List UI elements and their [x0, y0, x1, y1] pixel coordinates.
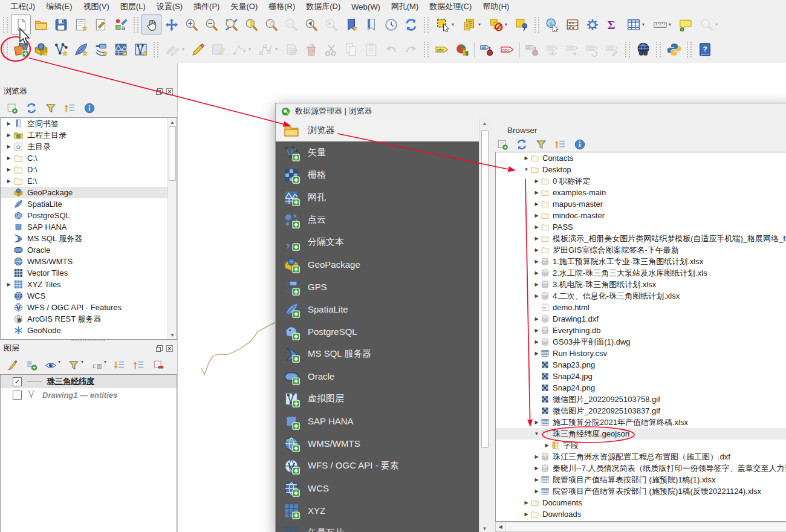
dialog-tab--[interactable]: 浏览器 [276, 119, 479, 141]
menu-item[interactable]: 插件(P) [188, 0, 225, 13]
expand-arrow-icon[interactable]: ▶ [533, 224, 541, 230]
toolbar-grip[interactable] [3, 42, 8, 57]
menu-item[interactable]: 矢量(O) [225, 0, 263, 13]
paste-features-button[interactable] [361, 39, 381, 59]
tree-item-30[interactable]: ▶院管项目产值结算表按部门 (施预院)1稿(反馈20221124).xlsx [496, 485, 786, 497]
add-feature-button[interactable]: ▾ [228, 39, 255, 59]
expand-arrow-icon[interactable]: ▶ [4, 178, 13, 184]
expand-arrow-icon[interactable]: ▶ [533, 270, 541, 276]
copy-features-button[interactable] [341, 39, 361, 59]
toolbar-grip[interactable] [656, 42, 661, 57]
tree-item-27[interactable]: ▶珠江三角洲水资源配置工程总布置图（施工图）.dxf [496, 451, 786, 462]
zoom-native-button[interactable]: 1:1 [281, 15, 301, 34]
filter-browser-button[interactable] [45, 102, 57, 114]
tree-item-8[interactable]: ▶模板演示_相册美女图片类网站织梦模板(自适应手机端)_格展网络_files [496, 233, 786, 244]
browser-item-d-[interactable]: ▶D:\ [1, 164, 177, 175]
deselect-features-button[interactable]: ▾ [485, 15, 512, 34]
modify-attributes-button[interactable] [281, 39, 301, 59]
dropdown-arrow-icon[interactable]: ▾ [478, 22, 481, 27]
menu-item[interactable]: 数据库(D) [300, 0, 346, 13]
refresh-browser-button[interactable] [516, 138, 528, 151]
expand-arrow-icon[interactable]: ▶ [533, 454, 541, 459]
dialog-tab-oracle[interactable]: Oracle [276, 365, 479, 388]
show-layout-manager-button[interactable] [91, 15, 111, 34]
tree-item-18[interactable]: ▶Run History.csv [496, 348, 786, 359]
dropdown-arrow-icon[interactable]: ▾ [275, 47, 278, 52]
undock-panel-button[interactable] [155, 345, 163, 352]
toggle-editing-button[interactable] [188, 39, 208, 59]
dropdown-arrow-icon[interactable]: ▾ [248, 47, 251, 52]
dropdown-arrow-icon[interactable]: ▾ [452, 22, 454, 27]
browser-item-postgresql[interactable]: PostgreSQL [1, 210, 177, 221]
new-geopackage-layer-button[interactable] [31, 39, 51, 59]
dialog-tab--[interactable]: 虚拟图层 [276, 388, 479, 410]
scroll-up-icon[interactable]: ▲ [168, 118, 177, 126]
dialog-tab--[interactable]: 矢量 [276, 141, 479, 164]
dialog-tab--[interactable]: 矢量瓦片 [276, 522, 479, 532]
filter-legend-button[interactable]: ▾ [68, 359, 83, 371]
expand-arrow-icon[interactable]: ▶ [533, 213, 541, 218]
browser-item-arcgis-rest-[interactable]: ArcGIS REST 服务器 [1, 313, 177, 325]
locator-search-button[interactable]: ▾ [695, 15, 722, 34]
tree-item-14[interactable]: </>demo.html [496, 302, 786, 313]
collapse-all-button[interactable] [554, 138, 567, 151]
select-features-by-value-button[interactable]: ▾ [458, 15, 485, 34]
dialog-title-bar[interactable]: 数据源管理器 | 浏览器 [276, 103, 786, 120]
expand-arrow-icon[interactable]: ▶ [533, 465, 541, 471]
expand-arrow-icon[interactable]: ▶ [533, 178, 541, 184]
menu-item[interactable]: 数据处理(C) [424, 0, 477, 13]
expand-arrow-icon[interactable]: ▶ [533, 420, 541, 425]
browser-item-c-[interactable]: ▶C:\ [1, 152, 177, 164]
expand-arrow-icon[interactable]: ▶ [533, 201, 541, 207]
add-selected-layers-button[interactable] [496, 138, 508, 151]
expand-arrow-icon[interactable]: ▶ [533, 351, 541, 356]
expand-arrow-icon[interactable]: ▼ [522, 167, 530, 172]
dropdown-arrow-icon[interactable]: ▾ [81, 359, 83, 371]
browser-item--[interactable]: ▶工程主目录 [1, 129, 177, 141]
dialog-tab--[interactable]: 网孔 [276, 186, 479, 209]
zoom-next-button[interactable] [321, 15, 341, 34]
map-tips-button[interactable] [675, 15, 695, 34]
expand-arrow-icon[interactable]: ▶ [533, 247, 541, 253]
processing-toolbox-button[interactable] [582, 15, 602, 34]
layer-item-2[interactable]: Drawing1 — entities [1, 388, 177, 401]
save-layer-edits-button[interactable] [208, 39, 228, 59]
tree-item-9[interactable]: ▶罗田GIS室综合图案院签名-下午最新 [496, 244, 786, 256]
tree-item-22[interactable]: 微信图片_20220925103758.gif [496, 394, 786, 405]
menu-item[interactable]: 栅格(R) [263, 0, 300, 13]
dialog-tab-geopackage[interactable]: GeoPackage [276, 253, 479, 276]
tree-item-31[interactable]: ▶Documents [496, 497, 786, 508]
temporal-controller-button[interactable] [381, 15, 401, 34]
expand-arrow-icon[interactable]: ▶ [533, 236, 541, 241]
expand-all-button[interactable] [114, 359, 126, 371]
enable-properties-widget-button[interactable] [574, 138, 586, 151]
python-console-button[interactable] [664, 39, 684, 59]
metasearch-button[interactable] [633, 39, 653, 59]
zoom-last-button[interactable] [301, 15, 321, 34]
tree-item-21[interactable]: Snap24.png [496, 382, 786, 394]
open-layer-styling-button[interactable] [6, 359, 18, 371]
open-data-source-manager-button[interactable] [11, 39, 31, 59]
tree-item-7[interactable]: ▶PASS [496, 221, 786, 233]
dialog-tab-gps[interactable]: GPS [276, 276, 479, 298]
manage-map-themes-button[interactable]: ▾ [45, 359, 60, 371]
zoom-to-layer-button[interactable] [261, 15, 281, 34]
tree-item-17[interactable]: ▶GS03井平剖面(1).dwg [496, 336, 786, 348]
toolbar-grip[interactable] [625, 42, 630, 57]
delete-selected-button[interactable] [301, 39, 321, 59]
scroll-up-icon[interactable]: ▲ [479, 119, 490, 128]
new-gpx-layer-button[interactable] [91, 39, 111, 59]
tree-item-1[interactable]: ▶Contacts [496, 152, 786, 164]
undo-button[interactable] [381, 39, 401, 59]
tree-item-10[interactable]: ▶1.施工预算院水工专业-珠三角图纸计划.xlsx [496, 256, 786, 267]
dialog-tab-wfs-ogc-api-[interactable]: WFS / OGC API - 要素 [276, 455, 479, 477]
zoom-to-selection-button[interactable] [241, 15, 261, 34]
dialog-tab-postgresql[interactable]: PostgreSQL [276, 320, 479, 343]
tree-item-11[interactable]: ▶2.水工院-珠三角三大泵站及水库图纸计划.xls [496, 267, 786, 279]
save-project-button[interactable] [51, 15, 71, 34]
tree-item-29[interactable]: ▶院管项目产值结算表按部门 (施预院)1稿(1).xlsx [496, 474, 786, 485]
expand-arrow-icon[interactable]: ▶ [533, 293, 541, 299]
expand-arrow-icon[interactable]: ▶ [533, 339, 541, 345]
redo-button[interactable] [401, 39, 421, 59]
statistical-summary-button[interactable] [562, 15, 582, 34]
